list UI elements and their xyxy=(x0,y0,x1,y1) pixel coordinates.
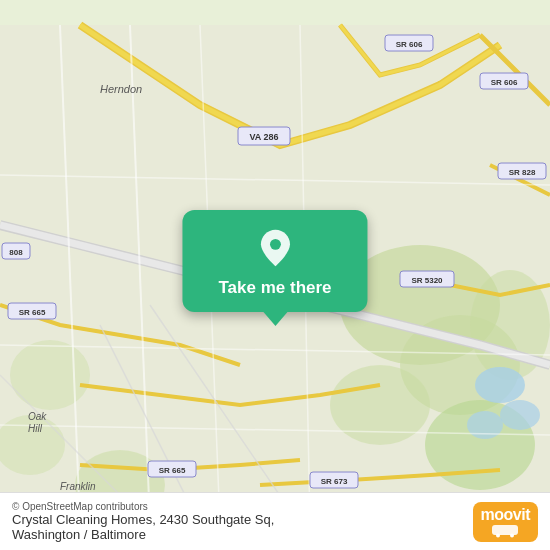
svg-point-11 xyxy=(467,411,503,439)
button-label: Take me there xyxy=(218,278,331,298)
svg-text:SR 665: SR 665 xyxy=(159,466,186,475)
moovit-logo: moovit xyxy=(473,502,538,542)
address-line1: Crystal Cleaning Homes, 2430 Southgate S… xyxy=(12,512,274,527)
svg-point-50 xyxy=(510,533,514,537)
svg-text:SR 673: SR 673 xyxy=(321,477,348,486)
svg-point-9 xyxy=(475,367,525,403)
address-line2: Washington / Baltimore xyxy=(12,527,274,542)
moovit-logo-box: moovit xyxy=(473,502,538,542)
card-pointer xyxy=(263,312,287,326)
svg-text:Franklin: Franklin xyxy=(60,481,96,492)
svg-text:Hill: Hill xyxy=(28,423,43,434)
svg-point-6 xyxy=(10,340,90,410)
svg-rect-48 xyxy=(492,525,518,535)
transit-icon xyxy=(491,524,519,538)
moovit-text: moovit xyxy=(481,506,530,524)
location-pin-icon xyxy=(255,228,295,268)
svg-text:VA 286: VA 286 xyxy=(249,132,278,142)
svg-text:SR 606: SR 606 xyxy=(491,78,518,87)
svg-text:Oak: Oak xyxy=(28,411,47,422)
map-container: VA 286 SR 606 SR 606 SR 828 SR 665 SR 53… xyxy=(0,0,550,550)
svg-point-49 xyxy=(496,533,500,537)
svg-text:SR 5320: SR 5320 xyxy=(411,276,443,285)
svg-point-10 xyxy=(500,400,540,430)
svg-text:SR 665: SR 665 xyxy=(19,308,46,317)
map-attribution: © OpenStreetMap contributors xyxy=(12,501,274,512)
svg-text:Herndon: Herndon xyxy=(100,83,142,95)
take-me-there-button[interactable]: Take me there xyxy=(182,210,367,326)
svg-text:SR 606: SR 606 xyxy=(396,40,423,49)
svg-text:SR 828: SR 828 xyxy=(509,168,536,177)
bottom-bar: © OpenStreetMap contributors Crystal Cle… xyxy=(0,492,550,550)
svg-text:808: 808 xyxy=(9,248,23,257)
svg-point-47 xyxy=(270,239,281,250)
bottom-left: © OpenStreetMap contributors Crystal Cle… xyxy=(12,501,274,542)
